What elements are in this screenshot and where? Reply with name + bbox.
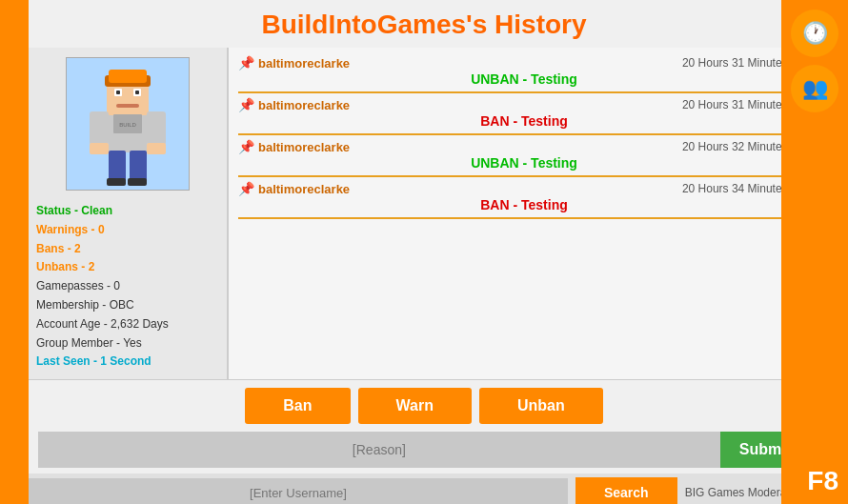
svg-rect-6	[116, 91, 120, 94]
history-action: UNBAN - Testing	[238, 71, 810, 88]
warn-button[interactable]: Warn	[358, 388, 472, 424]
history-list: 📌 baltimoreclarke 20 Hours 31 Minutes ag…	[229, 48, 819, 379]
svg-text:BUILD: BUILD	[119, 122, 136, 128]
stat-status: Status - Clean	[36, 202, 219, 221]
history-action: BAN - Testing	[238, 112, 810, 130]
svg-rect-14	[130, 151, 147, 181]
left-panel: BUILD Status - Clean Warnings - 0 Bans -…	[29, 48, 229, 379]
stat-status-text: Status - Clean	[36, 204, 112, 217]
action-buttons: Ban Warn Unban	[38, 388, 810, 424]
history-action: UNBAN - Testing	[238, 154, 810, 171]
stat-group-member-text: Group Member - Yes	[36, 336, 142, 350]
stat-last-seen-text: Last Seen - 1 Second	[36, 354, 151, 368]
stat-gamepasses: Gamepasses - 0	[36, 277, 219, 296]
stat-last-seen: Last Seen - 1 Second	[36, 353, 219, 372]
history-username: 📌 baltimoreclarke	[238, 55, 350, 71]
stat-membership-text: Membership - OBC	[36, 298, 134, 312]
group-icon[interactable]: 👥	[791, 65, 838, 112]
stat-group-member: Group Member - Yes	[36, 334, 219, 353]
stat-gamepasses-text: Gamepasses - 0	[36, 279, 120, 292]
stat-bans-text: Bans - 2	[36, 242, 81, 255]
history-username: 📌 baltimoreclarke	[238, 139, 350, 154]
history-item: 📌 baltimoreclarke 20 Hours 34 Minutes ag…	[238, 181, 810, 219]
svg-rect-15	[107, 178, 126, 186]
svg-rect-13	[109, 151, 126, 181]
bottom-bar: Search BIG Games Moderator Util	[0, 474, 848, 504]
reason-row: Submit	[38, 432, 810, 468]
reason-input[interactable]	[38, 432, 720, 468]
stats-panel: Status - Clean Warnings - 0 Bans - 2 Unb…	[36, 202, 219, 372]
clock-icon[interactable]: 🕐	[791, 10, 838, 57]
svg-rect-8	[116, 104, 139, 108]
stat-unbans-text: Unbans - 2	[36, 260, 94, 273]
avatar-container: BUILD	[66, 57, 190, 191]
search-button[interactable]: Search	[575, 477, 677, 504]
stat-account-age: Account Age - 2,632 Days	[36, 315, 219, 334]
svg-rect-12	[147, 143, 166, 154]
f8-label: F8	[807, 466, 838, 496]
stat-unbans: Unbans - 2	[36, 258, 219, 277]
svg-rect-16	[128, 178, 147, 186]
unban-button[interactable]: Unban	[479, 388, 603, 424]
ban-button[interactable]: Ban	[245, 388, 350, 424]
page-title: BuildIntoGames's History	[29, 10, 819, 40]
stat-warnings-text: Warnings - 0	[36, 223, 105, 236]
history-action: BAN - Testing	[238, 196, 810, 213]
stat-membership: Membership - OBC	[36, 296, 219, 315]
pin-icon: 📌	[238, 97, 254, 112]
pin-icon: 📌	[238, 55, 254, 71]
action-bar: Ban Warn Unban Submit	[29, 379, 819, 474]
svg-rect-11	[90, 143, 109, 154]
svg-rect-7	[135, 91, 139, 94]
title-bar: BuildIntoGames's History	[29, 0, 819, 48]
left-decorative-bar	[0, 0, 29, 504]
pin-icon: 📌	[238, 139, 254, 154]
username-input[interactable]	[29, 478, 568, 504]
svg-rect-3	[109, 70, 147, 83]
svg-rect-9	[90, 111, 109, 145]
history-item: 📌 baltimoreclarke 20 Hours 32 Minutes ag…	[238, 139, 810, 177]
history-username: 📌 baltimoreclarke	[238, 97, 350, 112]
svg-rect-10	[147, 111, 166, 145]
pin-icon: 📌	[238, 181, 254, 196]
right-icon-panel: 🕐 👥 F8	[781, 0, 848, 504]
stat-warnings: Warnings - 0	[36, 221, 219, 240]
history-panel: 📌 baltimoreclarke 20 Hours 31 Minutes ag…	[229, 48, 819, 379]
stat-bans: Bans - 2	[36, 240, 219, 259]
history-item: 📌 baltimoreclarke 20 Hours 31 Minutes ag…	[238, 97, 810, 135]
stat-account-age-text: Account Age - 2,632 Days	[36, 317, 169, 331]
history-username: 📌 baltimoreclarke	[238, 181, 350, 196]
history-item: 📌 baltimoreclarke 20 Hours 31 Minutes ag…	[238, 55, 810, 93]
